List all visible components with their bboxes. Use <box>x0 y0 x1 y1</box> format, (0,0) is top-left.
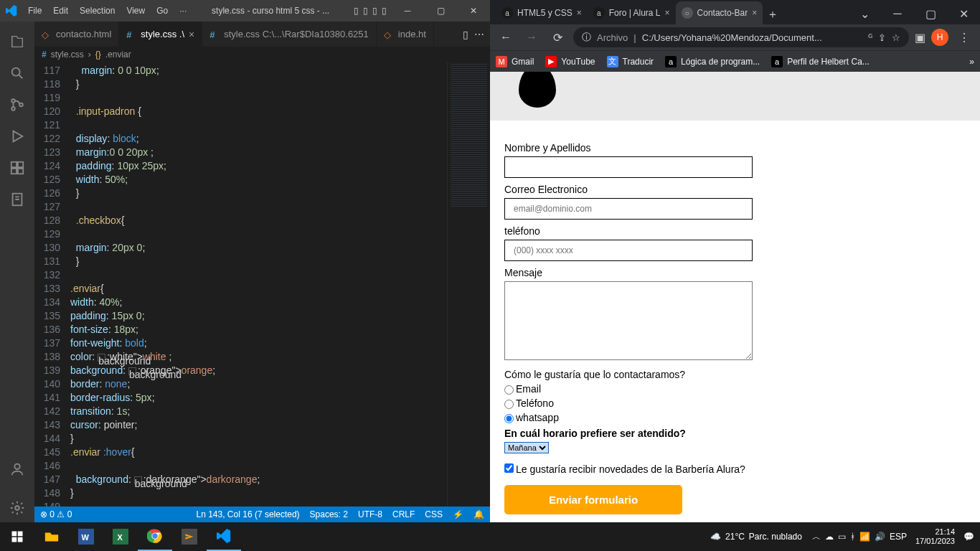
forward-button[interactable]: → <box>522 27 542 47</box>
browser-maximize-button[interactable]: ▢ <box>914 3 947 24</box>
editor-tab[interactable]: ◇inde.ht <box>377 22 434 47</box>
status-errors[interactable]: ⊗ 0 ⚠ 0 <box>40 509 72 519</box>
word-icon[interactable]: W <box>69 522 103 551</box>
feedback-icon[interactable]: ⚡ <box>453 509 463 519</box>
breadcrumb[interactable]: # style.css › {} .enviar <box>34 47 490 62</box>
tab-close-icon[interactable]: × <box>189 29 194 40</box>
bookmark-item[interactable]: ▶YouTube <box>545 56 595 67</box>
svg-rect-21 <box>182 529 197 545</box>
tray-bluetooth-icon[interactable]: ᚼ <box>850 532 855 542</box>
radio-telefono[interactable] <box>504 400 514 409</box>
maximize-button[interactable]: ▢ <box>424 0 457 22</box>
profile-avatar[interactable]: H <box>931 29 948 46</box>
extensions-icon[interactable] <box>0 154 34 182</box>
status-encoding[interactable]: UTF-8 <box>358 509 382 519</box>
favicon: a <box>501 7 513 19</box>
bookmark-item[interactable]: aPerfil de Helbert Ca... <box>771 56 870 67</box>
mensaje-textarea[interactable] <box>504 281 753 360</box>
tray-wifi-icon[interactable]: 📶 <box>859 532 870 542</box>
tab-close-icon[interactable]: × <box>752 8 757 18</box>
translate-icon[interactable]: ᴳ <box>868 32 872 43</box>
horario-select[interactable]: Mañana <box>504 442 549 453</box>
browser-tab[interactable]: aHTML5 y CSS× <box>496 1 588 24</box>
source-control-icon[interactable] <box>0 90 34 119</box>
gear-icon[interactable] <box>0 494 34 522</box>
vscode-taskbar-icon[interactable] <box>207 522 241 551</box>
svg-rect-13 <box>12 537 17 542</box>
back-button[interactable]: ← <box>496 27 516 47</box>
bookmark-icon: 文 <box>607 56 618 67</box>
css-file-icon: # <box>126 29 136 39</box>
run-debug-icon[interactable] <box>0 122 34 151</box>
tray-language[interactable]: ESP <box>890 532 907 542</box>
system-clock[interactable]: 21:14 17/01/2023 <box>911 527 959 546</box>
code-content[interactable]: margin: 0 0 10px; } .input-padron { disp… <box>70 62 447 507</box>
bookmark-item[interactable]: 文Traducir <box>607 56 654 67</box>
references-icon[interactable] <box>0 185 34 214</box>
split-editor-icon[interactable]: ▯ <box>463 29 468 40</box>
code-editor[interactable]: 1171181191201211221231241251261271281291… <box>34 62 490 507</box>
tray-volume-icon[interactable]: 🔊 <box>875 532 885 542</box>
menu-edit[interactable]: Edit <box>48 3 73 19</box>
browser-close-button[interactable]: ✕ <box>947 3 980 24</box>
submit-button[interactable]: Enviar formulario <box>504 485 682 514</box>
menu-go[interactable]: Go <box>151 3 173 19</box>
sublime-icon[interactable] <box>172 522 207 551</box>
excel-icon[interactable]: X <box>103 522 138 551</box>
menu-selection[interactable]: Selection <box>75 3 120 19</box>
explorer-icon[interactable] <box>0 27 34 56</box>
menu-view[interactable]: View <box>121 3 150 19</box>
notifications-center-icon[interactable]: 💬 <box>963 532 974 542</box>
favicon: ○ <box>682 7 693 19</box>
status-lang[interactable]: CSS <box>425 509 443 519</box>
vscode-menubar[interactable]: FileEditSelectionViewGo··· <box>23 3 192 19</box>
layout-controls[interactable]: ▯▯▯▯ <box>349 6 391 16</box>
search-icon[interactable] <box>0 59 34 88</box>
share-icon[interactable]: ⇪ <box>878 32 886 43</box>
bookmark-item[interactable]: MGmail <box>496 56 534 67</box>
minimize-button[interactable]: ─ <box>391 0 424 22</box>
chevron-down-icon[interactable]: ⌄ <box>848 3 881 24</box>
radio-whatsapp[interactable] <box>504 414 514 423</box>
browser-tab[interactable]: aForo | Alura L× <box>588 1 676 24</box>
telefono-input[interactable] <box>504 240 753 261</box>
reading-list-icon[interactable]: ▣ <box>915 31 925 44</box>
status-eol[interactable]: CRLF <box>392 509 415 519</box>
address-bar[interactable]: ⓘ Archivo | C:/Users/Yohana%20Mendoza/Do… <box>573 27 909 47</box>
radio-email[interactable] <box>504 385 514 395</box>
svg-point-2 <box>11 107 15 110</box>
tray-onedrive-icon[interactable]: ☁ <box>825 532 834 542</box>
tray-chevron-icon[interactable]: ︿ <box>812 531 821 543</box>
bookmarks-overflow-icon[interactable]: » <box>969 57 974 67</box>
nombre-input[interactable] <box>504 156 753 178</box>
chrome-taskbar-icon[interactable] <box>138 522 172 551</box>
mensaje-label: Mensaje <box>504 267 958 278</box>
bookmark-item[interactable]: aLógica de program... <box>665 56 760 67</box>
editor-tab[interactable]: #style.css C:\...\Rar$DIa10380.6251 <box>202 22 377 47</box>
more-actions-icon[interactable]: ⋯ <box>474 29 484 40</box>
notifications-icon[interactable]: 🔔 <box>473 509 484 519</box>
editor-tab[interactable]: ◇contacto.html <box>34 22 119 47</box>
tray-meet-icon[interactable]: ▭ <box>838 532 846 542</box>
tab-close-icon[interactable]: × <box>577 8 582 18</box>
bookmark-star-icon[interactable]: ☆ <box>892 32 900 43</box>
start-button[interactable] <box>0 522 34 551</box>
chrome-menu-icon[interactable]: ⋮ <box>954 27 974 47</box>
reload-button[interactable]: ⟳ <box>547 27 567 47</box>
new-tab-button[interactable]: ＋ <box>763 4 783 24</box>
minimap[interactable] <box>447 62 490 507</box>
menu-···[interactable]: ··· <box>174 3 192 19</box>
newsletter-checkbox[interactable] <box>504 463 514 473</box>
tab-close-icon[interactable]: × <box>665 8 670 18</box>
status-spaces[interactable]: Spaces: 2 <box>310 509 348 519</box>
weather-widget[interactable]: ☁️ 21°C Parc. nublado <box>710 532 802 542</box>
status-cursor[interactable]: Ln 143, Col 16 (7 selected) <box>197 509 300 519</box>
file-explorer-icon[interactable] <box>34 522 69 551</box>
close-button[interactable]: ✕ <box>457 0 490 22</box>
browser-tab[interactable]: ○Contacto-Bar× <box>676 1 763 24</box>
browser-minimize-button[interactable]: ─ <box>881 3 914 24</box>
correo-input[interactable] <box>504 198 753 220</box>
editor-tab[interactable]: #style.css .\× <box>119 22 202 47</box>
account-icon[interactable] <box>0 455 34 484</box>
menu-file[interactable]: File <box>23 3 47 19</box>
